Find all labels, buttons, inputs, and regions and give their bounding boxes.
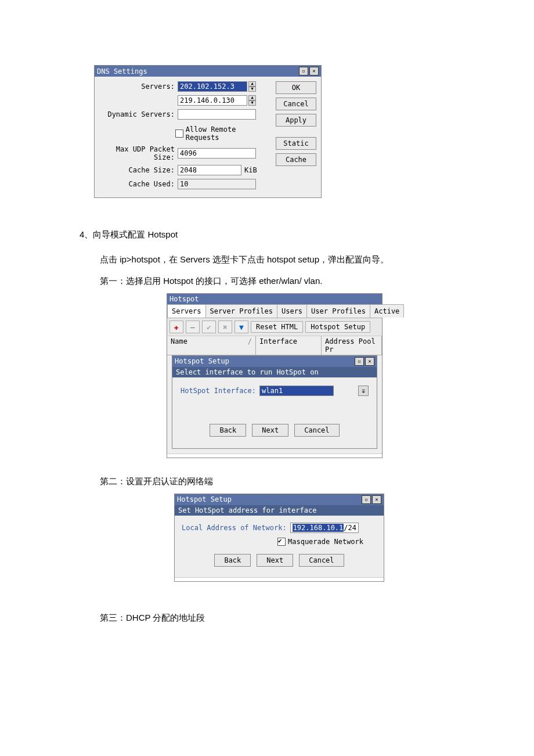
back-button[interactable]: Back [210,424,246,437]
tab-user-profiles[interactable]: User Profiles [306,304,370,318]
dns-titlebar: DNS Settings ▫ ✕ [95,66,321,77]
allow-remote-label: Allow Remote Requests [186,125,271,142]
dns-title: DNS Settings [97,67,147,75]
setup2-titlebar: Hotspot Setup ▫ ✕ [175,494,384,505]
server1-input[interactable] [178,81,247,92]
setup2-subtitle: Set HotSpot address for interface [175,505,384,516]
apply-button[interactable]: Apply [276,114,316,127]
hotspot-toolbar: ✚ — ✔ ✖ ▼ Reset HTML Hotspot Setup [167,318,382,336]
enable-icon[interactable]: ✔ [202,321,216,333]
hotspot-list-headers: Name/ Interface Address Pool Pr [167,336,382,355]
tab-users[interactable]: Users [277,304,307,318]
hotspot-interface-label: HotSpot Interface: [181,387,256,395]
paragraph-1: 点击 ip>hotspot，在 Servers 选型卡下点击 hotspot s… [100,254,389,265]
cache-size-label: Cache Size: [99,166,178,174]
header-address-pool[interactable]: Address Pool Pr [322,336,382,355]
hotspot-setup-button[interactable]: Hotspot Setup [305,321,370,333]
minimize-icon[interactable]: ▫ [355,357,364,366]
filter-icon[interactable]: ▼ [234,321,248,333]
cache-used-value [178,179,256,189]
minimize-icon[interactable]: ▫ [299,67,308,75]
minimize-icon[interactable]: ▫ [362,495,371,504]
next-button[interactable]: Next [252,424,288,437]
server2-spinner[interactable]: ▲▼ [248,95,256,106]
section4-heading: 4、 向导模式配置 Hotspot [80,229,178,240]
cancel-button[interactable]: Cancel [276,98,316,110]
server1-spinner[interactable]: ▲▼ [248,81,256,92]
cache-size-input[interactable] [178,165,241,175]
paragraph-2: 第一：选择启用 Hotspot 的接口，可选择 ether/wlan/ vlan… [100,276,322,287]
close-icon[interactable]: ✕ [372,495,381,504]
setup1-title: Hotspot Setup [175,357,229,366]
dynamic-servers-input[interactable] [178,109,256,120]
masquerade-checkbox[interactable] [277,538,286,546]
header-name[interactable]: Name/ [167,336,256,355]
cache-button[interactable]: Cache [276,153,316,166]
hotspot-titlebar: Hotspot [167,294,382,304]
local-address-input[interactable]: 192.168.10.1/24 [290,523,359,533]
servers-label: Servers: [99,82,178,91]
disable-icon[interactable]: ✖ [218,321,232,333]
server2-input[interactable] [178,95,247,106]
paragraph-3: 第二：设置开启认证的网络端 [100,476,213,487]
max-udp-input[interactable] [178,148,256,159]
cache-size-unit: KiB [244,166,257,174]
hotspot-window: Hotspot Servers Server Profiles Users Us… [167,293,383,458]
cancel-button[interactable]: Cancel [299,554,344,567]
static-button[interactable]: Static [276,137,316,150]
hotspot-setup-dialog: Hotspot Setup ▫ ✕ Select interface to ru… [172,355,377,449]
section4-number: 4、 [80,229,93,240]
setup1-subtitle: Select interface to run HotSpot on [172,367,377,377]
back-button[interactable]: Back [214,554,251,567]
dropdown-icon[interactable]: ∓ [358,386,369,396]
hotspot-setup2-dialog: Hotspot Setup ▫ ✕ Set HotSpot address fo… [174,494,384,582]
header-interface[interactable]: Interface [256,336,322,355]
hotspot-interface-input[interactable]: wlan1 [259,386,334,396]
cache-used-label: Cache Used: [99,180,178,188]
close-icon[interactable]: ✕ [365,357,374,366]
dynamic-servers-label: Dynamic Servers: [99,110,178,118]
setup1-titlebar: Hotspot Setup ▫ ✕ [172,356,377,367]
allow-remote-checkbox[interactable] [175,129,183,138]
local-address-label: Local Address of Network: [182,524,287,532]
reset-html-button[interactable]: Reset HTML [251,321,303,333]
setup2-title: Hotspot Setup [177,495,232,504]
section4-title: 向导模式配置 Hotspot [93,229,178,240]
hotspot-title: Hotspot [169,295,199,303]
tab-active[interactable]: Active [370,304,404,318]
add-icon[interactable]: ✚ [169,321,183,333]
tab-servers[interactable]: Servers [167,304,206,318]
hotspot-tabs: Servers Server Profiles Users User Profi… [167,304,382,318]
masquerade-label: Masquerade Network [288,538,363,546]
cancel-button[interactable]: Cancel [294,424,339,437]
max-udp-label: Max UDP Packet Size: [99,145,178,161]
ok-button[interactable]: OK [276,81,316,94]
next-button[interactable]: Next [257,554,293,567]
remove-icon[interactable]: — [186,321,200,333]
tab-server-profiles[interactable]: Server Profiles [205,304,277,318]
paragraph-4: 第三：DHCP 分配的地址段 [100,613,205,624]
close-icon[interactable]: ✕ [309,67,319,75]
dns-settings-window: DNS Settings ▫ ✕ Servers: ▲▼ ▲▼ Dyn [94,65,322,198]
